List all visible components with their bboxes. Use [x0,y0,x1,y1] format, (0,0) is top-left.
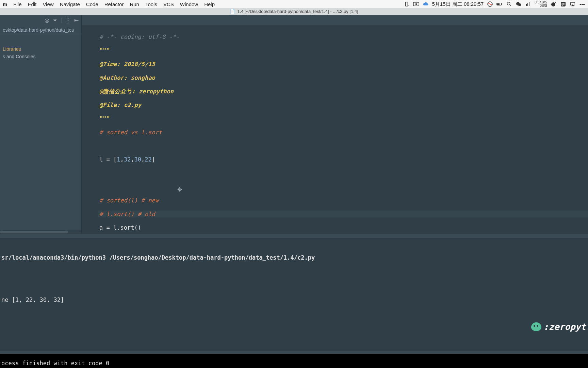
code-line: """ [99,47,110,54]
code-editor[interactable]: # -*- coding: utf-8 -*- """ @Time: 2018/… [82,25,588,234]
net-speed: 0.5KB/S0B/S [535,1,547,7]
stats-icon[interactable] [525,1,531,7]
svg-point-15 [551,2,555,6]
menu-vcs[interactable]: VCS [163,1,174,7]
menu-view[interactable]: View [43,1,53,7]
airplay-icon[interactable] [570,1,576,7]
project-tool-header: ◎ ✶ | ⋮ ⇤ [0,15,82,25]
tree-item-libraries[interactable]: Libraries [0,45,81,53]
menu-run[interactable]: Run [130,1,139,7]
code-line: # -*- coding: utf-8 -*- [99,33,179,40]
divider: | [61,17,62,23]
menubar-left: m File Edit View Navigate Code Refactor … [3,1,215,7]
window-title-text: 1.4 [~/Desktop/data-hard-python/data_tes… [237,9,358,14]
search-icon[interactable] [506,1,512,7]
menubar-datetime[interactable]: 5月15日 周二 08:29:57 [432,1,484,7]
svg-marker-19 [572,5,574,6]
svg-point-8 [507,2,510,5]
menu-code[interactable]: Code [86,1,98,7]
code-line: l = [1,32,30,22] [99,156,588,163]
editor-gutter[interactable] [82,25,98,234]
svg-rect-0 [405,2,408,6]
wechat-status-icon[interactable] [516,1,522,7]
project-path: esktop/data-hard-python/data_tes [0,25,81,35]
console-command: sr/local/anaconda3/bin/python3 /Users/so… [0,254,588,262]
watermark-text: :zeropyt [543,322,586,332]
code-line: @Time: 2018/5/15 [99,61,155,67]
svg-point-3 [415,3,417,5]
svg-rect-6 [502,4,502,5]
ide-main: esktop/data-hard-python/data_tes Librari… [0,25,588,354]
code-line: """ [99,115,110,122]
code-line: @微信公众号: zeropython [99,88,174,95]
menu-window[interactable]: Window [180,1,198,7]
svg-rect-14 [529,2,529,6]
code-line: @File: c2.py [99,102,141,108]
menubar-right: 5月15日 周二 08:29:57 0.5KB/S0B/S 拼 ••• [404,1,585,7]
app-name[interactable]: m [3,1,7,7]
project-tree[interactable]: Libraries s and Consoles [0,35,81,230]
menu-navigate[interactable]: Navigate [60,1,80,7]
menu-refactor[interactable]: Refactor [104,1,124,7]
watermark: :zeropyt [531,322,586,332]
record-icon[interactable] [413,1,419,7]
svg-point-11 [518,3,521,6]
code-line-highlighted: # l.sort() # old [99,211,155,217]
sidebar-h-scrollbar[interactable] [0,230,81,234]
hide-panel-icon[interactable]: ⇤ [74,17,79,24]
menu-file[interactable]: File [13,1,21,7]
svg-rect-12 [526,4,527,6]
code-line: # sorted(l) # new [99,197,159,204]
menu-help[interactable]: Help [204,1,215,7]
battery-icon[interactable] [496,1,503,7]
collapse-icon[interactable]: ✶ [53,17,57,24]
settings-icon[interactable]: ⋮ [65,17,71,24]
scrollbar-thumb[interactable] [0,231,68,233]
svg-text:拼: 拼 [561,2,565,6]
ide-toolbar-strip: ◎ ✶ | ⋮ ⇤ [0,15,588,25]
code-line: @Author: songhao [99,74,155,81]
console-exit: ocess finished with exit code 0 [0,360,588,367]
console-output: ne [1, 22, 30, 32] [0,296,588,304]
menu-edit[interactable]: Edit [28,1,37,7]
menu-tools[interactable]: Tools [145,1,157,7]
weibo-icon[interactable] [551,1,557,7]
project-sidebar[interactable]: esktop/data-hard-python/data_tes Librari… [0,25,82,234]
window-titlebar: 📄 1.4 [~/Desktop/data-hard-python/data_t… [0,8,588,15]
menu-extra-icon[interactable]: ••• [579,1,585,7]
mac-menubar: m File Edit View Navigate Code Refactor … [0,0,588,8]
move-cursor-icon: ✥ [177,186,182,193]
run-console[interactable]: sr/local/anaconda3/bin/python3 /Users/so… [0,239,588,351]
code-line: a = l.sort() [99,224,588,231]
input-method-icon[interactable]: 拼 [560,1,566,7]
siri-icon[interactable] [487,1,493,7]
svg-rect-13 [527,3,528,6]
svg-rect-7 [497,3,500,5]
svg-line-9 [510,5,511,6]
cloud-icon[interactable] [423,1,429,7]
tree-item-consoles[interactable]: s and Consoles [0,53,81,60]
wechat-icon [531,322,541,331]
code-line: # sorted vs l.sort [99,129,162,136]
svg-line-1 [408,5,408,6]
code-content[interactable]: # -*- coding: utf-8 -*- """ @Time: 2018/… [82,25,588,272]
locate-icon[interactable]: ◎ [45,17,49,24]
tablet-icon[interactable] [404,1,410,7]
